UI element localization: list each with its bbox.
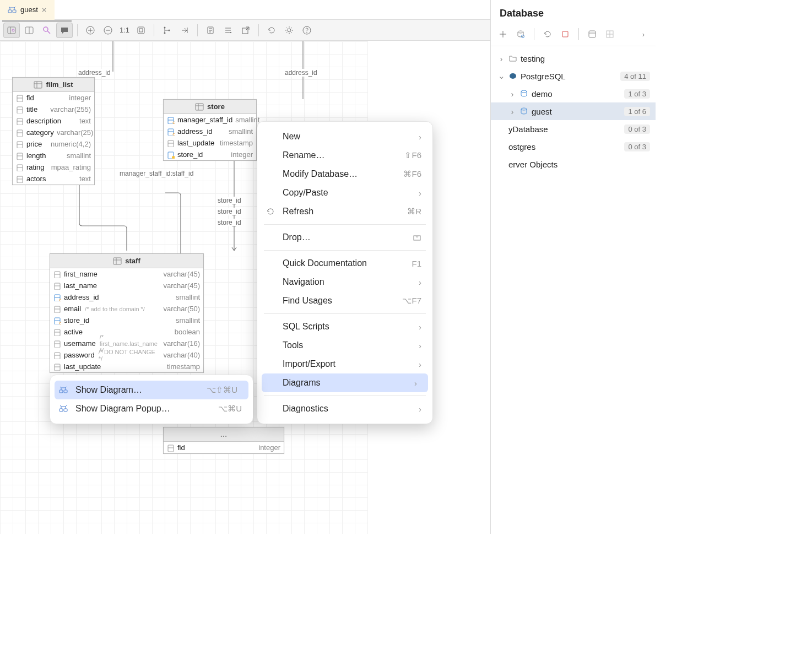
column-comment: /* add to the domain */	[85, 306, 145, 312]
layout-split-button[interactable]	[21, 23, 37, 38]
help-button[interactable]	[299, 23, 315, 38]
diagram-icon	[59, 404, 68, 413]
refresh-icon	[266, 207, 275, 216]
close-icon[interactable]: ×	[42, 5, 47, 14]
goto-button[interactable]	[176, 23, 193, 38]
sidebar-popout-button[interactable]	[584, 27, 600, 41]
column-row[interactable]: last_namevarchar(45)	[50, 280, 203, 291]
column-row[interactable]: last_updatetimestamp	[164, 137, 256, 149]
column-name: rating	[26, 163, 45, 171]
column-icon	[16, 129, 24, 137]
fit-button[interactable]	[133, 23, 149, 38]
sidebar-grid-button[interactable]	[602, 27, 618, 41]
layout-single-button[interactable]	[3, 23, 20, 38]
show-list-button[interactable]	[220, 23, 236, 38]
column-row[interactable]: email/* add to the domain */varchar(50)	[50, 303, 203, 315]
sidebar-refresh-button[interactable]	[540, 27, 555, 41]
column-name: category	[26, 128, 54, 137]
column-row[interactable]: categoryvarchar(25)	[13, 127, 94, 138]
menu-diagnostics[interactable]: Diagnostics›	[257, 399, 432, 418]
menu-rename[interactable]: Rename…⇧F6	[257, 146, 432, 165]
menu-drop[interactable]: Drop…	[257, 228, 432, 247]
column-row[interactable]: actorstext	[13, 173, 94, 185]
column-row[interactable]: fidinteger	[164, 442, 284, 453]
column-row[interactable]: store_idinteger	[164, 149, 256, 160]
column-row[interactable]: address_idsmallint	[50, 291, 203, 303]
menu-new[interactable]: New›	[257, 127, 432, 146]
count-badge: 1 of 6	[624, 107, 650, 116]
column-type: smallint	[229, 127, 253, 136]
tree-item-postgresql[interactable]: ⌄ PostgreSQL 4 of 11	[491, 67, 656, 85]
menu-diagrams[interactable]: Diagrams›	[262, 373, 428, 392]
tree-item-demo[interactable]: › demo 1 of 3	[491, 85, 656, 102]
column-type: smallint	[176, 293, 200, 301]
column-name: actors	[26, 175, 46, 183]
table-film-list[interactable]: film_list fidintegertitlevarchar(255)des…	[12, 77, 95, 185]
table-icon	[113, 257, 122, 266]
menu-navigation[interactable]: Navigation›	[257, 273, 432, 291]
column-icon	[16, 152, 24, 160]
export-button[interactable]	[237, 23, 254, 38]
tab-guest[interactable]: guest ×	[0, 0, 55, 20]
column-row[interactable]: ratingmpaa_rating	[13, 161, 94, 173]
column-row[interactable]: titlevarchar(255)	[13, 104, 94, 115]
column-type: text	[79, 175, 91, 183]
tree-item-server-objects[interactable]: erver Objects	[491, 155, 656, 173]
menu-find-usages[interactable]: Find Usages⌥F7	[257, 291, 432, 310]
menu-copy-paste[interactable]: Copy/Paste›	[257, 183, 432, 202]
column-name: first_name	[64, 270, 98, 278]
column-row[interactable]: last_updatetimestamp	[50, 361, 203, 372]
column-row[interactable]: descriptiontext	[13, 115, 94, 127]
column-icon	[167, 128, 175, 136]
settings-button[interactable]	[281, 23, 297, 38]
menu-quick-documentation[interactable]: Quick DocumentationF1	[257, 254, 432, 273]
sidebar-more-button[interactable]: ›	[636, 27, 651, 41]
database-sidebar: Database › › testing ⌄ PostgreSQL 4 of 1…	[490, 0, 656, 534]
table-icon	[34, 80, 42, 89]
submenu-show-diagram[interactable]: Show Diagram…⌥⇧⌘U	[55, 381, 248, 399]
column-type: varchar(45)	[164, 281, 200, 290]
submenu-show-diagram-popup[interactable]: Show Diagram Popup…⌥⌘U	[50, 399, 253, 418]
table-title: staff	[125, 257, 140, 265]
column-type: timestamp	[167, 362, 200, 371]
show-comments-button[interactable]	[56, 23, 73, 38]
tree-item-testing[interactable]: › testing	[491, 50, 656, 67]
menu-sql-scripts[interactable]: SQL Scripts›	[257, 317, 432, 336]
column-icon	[167, 116, 175, 124]
tree-item-postgres-db[interactable]: ostgres 0 of 3	[491, 138, 656, 155]
column-row[interactable]: lengthsmallint	[13, 150, 94, 161]
zoom-out-button[interactable]	[100, 23, 116, 38]
edge-label: store_id	[216, 219, 242, 226]
column-type: boolean	[175, 328, 200, 336]
table-store[interactable]: store manager_staff_idsmallintaddress_id…	[163, 99, 257, 161]
column-row[interactable]: fidinteger	[13, 92, 94, 104]
column-icon	[16, 164, 24, 171]
column-row[interactable]: first_namevarchar(45)	[50, 268, 203, 280]
refresh-button[interactable]	[263, 23, 280, 38]
drop-icon	[413, 233, 421, 242]
layout-tree-button[interactable]	[159, 23, 175, 38]
sidebar-stop-button[interactable]	[557, 27, 573, 41]
show-doc-button[interactable]	[202, 23, 219, 38]
column-row[interactable]: username/* first_name.last_name */varcha…	[50, 338, 203, 349]
column-row[interactable]: password/* DO NOT CHANGE */varchar(40)	[50, 349, 203, 361]
tree-item-mydatabase[interactable]: yDatabase 0 of 3	[491, 120, 656, 138]
zoom-ratio[interactable]: 1:1	[117, 26, 132, 34]
column-icon	[16, 117, 24, 125]
menu-modify-database[interactable]: Modify Database…⌘F6	[257, 165, 432, 183]
column-row[interactable]: address_idsmallint	[164, 126, 256, 137]
column-row[interactable]: store_idsmallint	[50, 315, 203, 326]
menu-import-export[interactable]: Import/Export›	[257, 355, 432, 373]
menu-refresh[interactable]: Refresh⌘R	[257, 202, 432, 221]
column-row[interactable]: pricenumeric(4,2)	[13, 138, 94, 150]
menu-tools[interactable]: Tools›	[257, 336, 432, 355]
zoom-in-button[interactable]	[82, 23, 99, 38]
tree-item-guest[interactable]: › guest 1 of 6	[491, 102, 656, 120]
datasource-properties-button[interactable]	[513, 27, 528, 41]
table-staff[interactable]: staff first_namevarchar(45)last_namevarc…	[50, 253, 204, 373]
column-row[interactable]: manager_staff_idsmallint	[164, 114, 256, 126]
edge-label: store_id	[216, 197, 242, 204]
new-datasource-button[interactable]	[495, 27, 511, 41]
table-clipped[interactable]: … fidinteger	[163, 427, 284, 454]
show-keys-button[interactable]	[39, 23, 55, 38]
